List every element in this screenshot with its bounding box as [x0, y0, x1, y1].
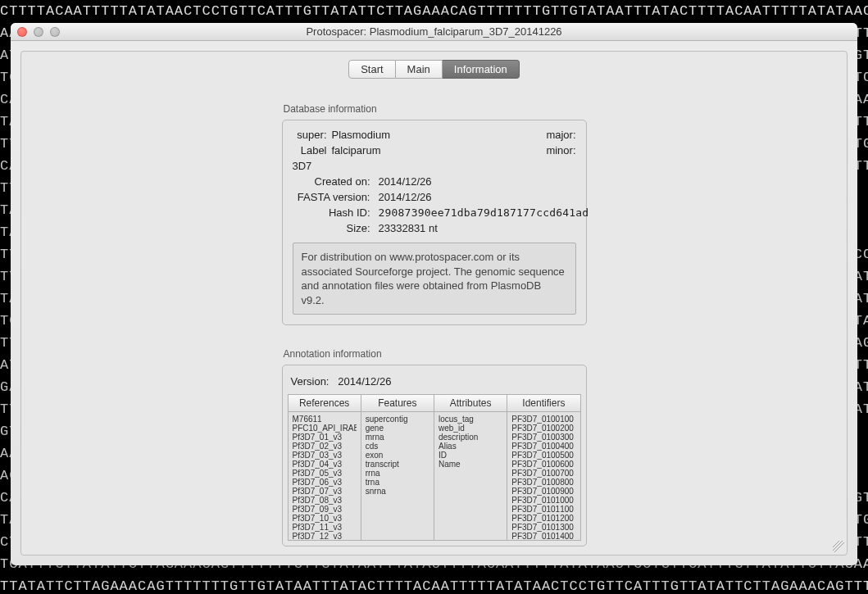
list-item[interactable]: PF3D7_0100300 — [511, 433, 575, 442]
list-item[interactable]: PF3D7_0100400 — [511, 442, 575, 451]
list-item[interactable]: mrna — [366, 433, 429, 442]
annotation-information-group: Annotation information Version: 2014/12/… — [282, 348, 587, 546]
list-item[interactable]: description — [439, 433, 502, 442]
list-item[interactable]: ID — [439, 451, 502, 460]
content-area: Start Main Information Database informat… — [20, 51, 848, 555]
list-item[interactable]: Pf3D7_04_v3 — [293, 460, 357, 469]
list-item[interactable]: Pf3D7_07_v3 — [293, 487, 357, 496]
list-item[interactable]: Name — [439, 460, 502, 469]
annotation-version-value: 2014/12/26 — [338, 375, 391, 388]
references-header[interactable]: References — [289, 395, 361, 412]
label-minor-value: 3D7 — [293, 160, 327, 172]
tab-information[interactable]: Information — [443, 60, 520, 79]
list-item[interactable]: Pf3D7_09_v3 — [293, 505, 357, 514]
db-meta-grid: Created on: 2014/12/26 FASTA version: 20… — [293, 175, 576, 234]
hash-id-key: Hash ID: — [293, 206, 370, 219]
window-title: Protospacer: Plasmodium_falciparum_3D7_2… — [11, 25, 857, 38]
list-item[interactable]: Pf3D7_11_v3 — [293, 523, 357, 532]
annotation-information-box: Version: 2014/12/26 References M76611PFC… — [282, 365, 587, 546]
label-major-value: falciparum — [332, 144, 375, 156]
database-information-label: Database information — [282, 103, 587, 115]
app-window: Protospacer: Plasmodium_falciparum_3D7_2… — [11, 23, 857, 565]
list-item[interactable]: Pf3D7_02_v3 — [293, 442, 357, 451]
created-on-key: Created on: — [293, 175, 370, 188]
identifiers-header[interactable]: Identifiers — [507, 395, 579, 412]
resize-grip-icon[interactable] — [833, 541, 844, 552]
identifiers-list[interactable]: PF3D7_0100100PF3D7_0100200PF3D7_0100300P… — [507, 412, 579, 540]
label-super-value: Plasmodium — [332, 129, 375, 141]
list-item[interactable]: Pf3D7_01_v3 — [293, 433, 357, 442]
list-item[interactable]: PF3D7_0100500 — [511, 451, 575, 460]
list-item[interactable]: PF3D7_0101100 — [511, 505, 575, 514]
label-super-key: super: — [293, 129, 327, 141]
attributes-column: Attributes locus_tagweb_iddescriptionAli… — [434, 395, 507, 540]
list-item[interactable]: PF3D7_0101000 — [511, 496, 575, 505]
size-key: Size: — [293, 222, 370, 234]
annotation-information-label: Annotation information — [282, 348, 587, 360]
list-item[interactable]: trna — [366, 478, 429, 487]
list-item[interactable]: Pf3D7_06_v3 — [293, 478, 357, 487]
label-minor-key: minor: — [379, 144, 576, 156]
list-item[interactable]: Alias — [439, 442, 502, 451]
list-item[interactable]: PFC10_API_IRAB — [293, 424, 357, 433]
attributes-list[interactable]: locus_tagweb_iddescriptionAliasIDName — [434, 412, 507, 540]
annotation-version-key: Version: — [291, 375, 329, 388]
fasta-version-key: FASTA version: — [293, 191, 370, 203]
features-column: Features supercontiggenemrnacdsexontrans… — [361, 395, 434, 540]
created-on-value: 2014/12/26 — [379, 175, 589, 188]
database-description: For distribution on www.protospacer.com … — [293, 243, 576, 315]
annotation-table: References M76611PFC10_API_IRABPf3D7_01_… — [288, 394, 581, 541]
list-item[interactable]: web_id — [439, 424, 502, 433]
hash-id-value: 29087390ee71dba79d187177ccd641ad — [379, 206, 589, 219]
list-item[interactable]: locus_tag — [439, 415, 502, 424]
features-list[interactable]: supercontiggenemrnacdsexontranscriptrrna… — [361, 412, 434, 540]
list-item[interactable]: transcript — [366, 460, 429, 469]
size-value: 23332831 nt — [379, 222, 589, 234]
label-sublabels: Label super: Plasmodium major: falciparu… — [293, 129, 576, 172]
list-item[interactable]: PF3D7_0101300 — [511, 523, 575, 532]
list-item[interactable]: rrna — [366, 469, 429, 478]
list-item[interactable]: PF3D7_0100700 — [511, 469, 575, 478]
list-item[interactable]: M76611 — [293, 415, 357, 424]
references-list[interactable]: M76611PFC10_API_IRABPf3D7_01_v3Pf3D7_02_… — [289, 412, 361, 540]
list-item[interactable]: Pf3D7_12_v3 — [293, 532, 357, 540]
database-information-box: Label super: Plasmodium major: falciparu… — [282, 120, 587, 325]
attributes-header[interactable]: Attributes — [434, 395, 507, 412]
list-item[interactable]: PF3D7_0100100 — [511, 415, 575, 424]
information-panel: Database information Label super: Plasmo… — [21, 79, 847, 565]
list-item[interactable]: exon — [366, 451, 429, 460]
list-item[interactable]: PF3D7_0100600 — [511, 460, 575, 469]
list-item[interactable]: Pf3D7_10_v3 — [293, 514, 357, 523]
references-column: References M76611PFC10_API_IRABPf3D7_01_… — [289, 395, 361, 540]
list-item[interactable]: PF3D7_0100800 — [511, 478, 575, 487]
fasta-version-value: 2014/12/26 — [379, 191, 589, 203]
list-item[interactable]: Pf3D7_08_v3 — [293, 496, 357, 505]
list-item[interactable]: Pf3D7_05_v3 — [293, 469, 357, 478]
tab-bar: Start Main Information — [21, 60, 847, 79]
list-item[interactable]: PF3D7_0101200 — [511, 514, 575, 523]
list-item[interactable]: Pf3D7_03_v3 — [293, 451, 357, 460]
list-item[interactable]: PF3D7_0100900 — [511, 487, 575, 496]
database-information-group: Database information Label super: Plasmo… — [282, 103, 587, 325]
list-item[interactable]: PF3D7_0100200 — [511, 424, 575, 433]
titlebar: Protospacer: Plasmodium_falciparum_3D7_2… — [11, 23, 857, 41]
list-item[interactable]: cds — [366, 442, 429, 451]
list-item[interactable]: supercontig — [366, 415, 429, 424]
annotation-version: Version: 2014/12/26 — [288, 370, 581, 394]
list-item[interactable]: snrna — [366, 487, 429, 496]
features-header[interactable]: Features — [361, 395, 434, 412]
tab-start[interactable]: Start — [348, 60, 395, 79]
list-item[interactable]: PF3D7_0101400 — [511, 532, 575, 540]
label-heading: Label — [293, 144, 327, 156]
label-major-key: major: — [379, 129, 576, 141]
tab-main[interactable]: Main — [396, 60, 443, 79]
identifiers-column: Identifiers PF3D7_0100100PF3D7_0100200PF… — [507, 395, 579, 540]
list-item[interactable]: gene — [366, 424, 429, 433]
